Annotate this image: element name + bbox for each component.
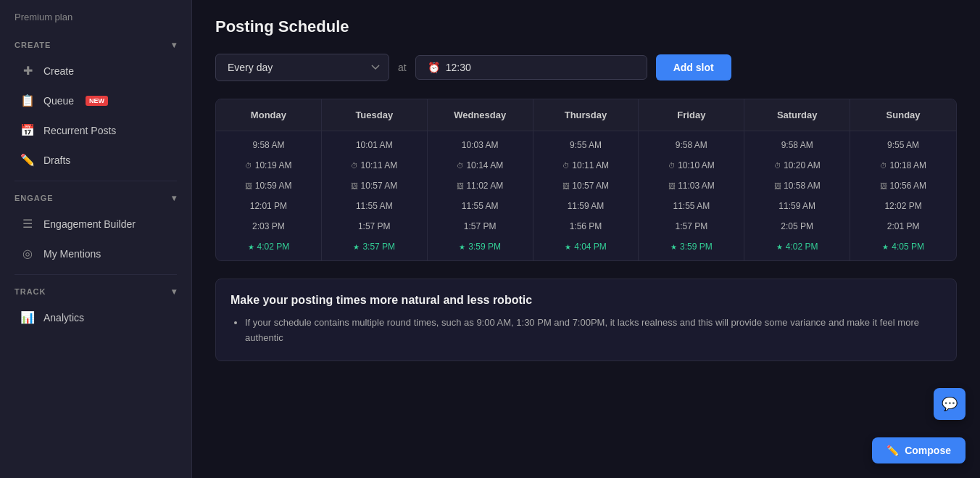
- time-slot[interactable]: ⏱ 10:11 AM: [536, 157, 636, 173]
- time-slot[interactable]: 9:55 AM: [853, 137, 953, 153]
- track-section-header[interactable]: TRACK ▾: [0, 281, 191, 302]
- time-slot[interactable]: 10:03 AM: [431, 137, 530, 153]
- time-slot[interactable]: 1:57 PM: [431, 218, 530, 234]
- sidebar-item-engagement-builder[interactable]: ☰ Engagement Builder: [6, 210, 186, 238]
- time-slot[interactable]: 🖼 10:57 AM: [536, 178, 636, 194]
- chat-icon: 💬: [942, 396, 958, 412]
- engage-section-label: ENGAGE: [14, 194, 54, 202]
- time-slot[interactable]: 11:59 AM: [747, 198, 847, 214]
- grid-col-sunday: 9:55 AM⏱ 10:18 AM🖼 10:56 AM12:02 PM2:01 …: [850, 131, 956, 260]
- day-select[interactable]: Every day Weekdays Weekends Monday Tuesd…: [215, 54, 389, 81]
- time-input[interactable]: [446, 62, 635, 73]
- grid-body: 9:58 AM⏱ 10:19 AM🖼 10:59 AM12:01 PM2:03 …: [216, 131, 956, 260]
- bottom-title: Make your posting times more natural and…: [231, 294, 942, 307]
- time-slot[interactable]: 11:55 AM: [641, 198, 741, 214]
- time-slot[interactable]: 2:03 PM: [219, 218, 318, 234]
- star-icon: ★: [353, 243, 360, 251]
- track-section-label: TRACK: [14, 287, 46, 296]
- sidebar-item-drafts[interactable]: ✏️ Drafts: [6, 146, 186, 174]
- time-slot[interactable]: ★ 3:59 PM: [431, 239, 530, 255]
- time-input-wrap: ⏰: [415, 55, 647, 80]
- analytics-icon: 📊: [20, 310, 35, 324]
- clock-small-icon: ⏱: [245, 162, 252, 170]
- sidebar-divider-1: [14, 181, 177, 181]
- time-slot[interactable]: 9:58 AM: [219, 137, 318, 153]
- time-slot[interactable]: 🖼 10:59 AM: [219, 178, 318, 194]
- engage-section-header[interactable]: ENGAGE ▾: [0, 187, 191, 209]
- add-slot-button[interactable]: Add slot: [656, 54, 731, 81]
- time-slot[interactable]: ⏱ 10:14 AM: [431, 157, 530, 173]
- time-slot[interactable]: 11:59 AM: [536, 198, 636, 214]
- time-slot[interactable]: 12:02 PM: [853, 198, 953, 214]
- time-slot[interactable]: 2:05 PM: [747, 218, 847, 234]
- sidebar-item-queue-label: Queue: [43, 95, 74, 107]
- sidebar-item-recurrent-posts[interactable]: 📅 Recurrent Posts: [6, 116, 186, 144]
- time-slot[interactable]: ⏱ 10:19 AM: [219, 157, 318, 173]
- image-icon: 🖼: [880, 182, 887, 190]
- bottom-text-item: If your schedule contains multiple round…: [245, 316, 942, 346]
- new-badge: NEW: [86, 96, 108, 106]
- clock-small-icon: ⏱: [351, 162, 358, 170]
- header-friday: Friday: [639, 99, 744, 131]
- image-icon: 🖼: [457, 182, 464, 190]
- sidebar-item-drafts-label: Drafts: [43, 154, 70, 166]
- bottom-text: If your schedule contains multiple round…: [231, 316, 942, 346]
- sidebar-item-mentions-label: My Mentions: [43, 248, 101, 260]
- sidebar-item-analytics[interactable]: 📊 Analytics: [6, 303, 186, 331]
- sidebar-item-analytics-label: Analytics: [43, 312, 84, 324]
- grid-header: Monday Tuesday Wednesday Thursday Friday…: [216, 99, 956, 131]
- time-slot[interactable]: 🖼 11:03 AM: [641, 178, 741, 194]
- time-slot[interactable]: ⏱ 10:11 AM: [325, 157, 424, 173]
- time-slot[interactable]: ★ 3:57 PM: [325, 239, 424, 255]
- create-section-header[interactable]: CREATE ▾: [0, 34, 191, 56]
- time-slot[interactable]: ★ 3:59 PM: [641, 239, 741, 255]
- sidebar-item-my-mentions[interactable]: ◎ My Mentions: [6, 239, 186, 268]
- time-slot[interactable]: 1:57 PM: [641, 218, 741, 234]
- time-slot[interactable]: ★ 4:05 PM: [853, 239, 953, 255]
- time-slot[interactable]: ⏱ 10:18 AM: [853, 157, 953, 173]
- time-slot[interactable]: ★ 4:04 PM: [536, 239, 636, 255]
- time-slot[interactable]: 12:01 PM: [219, 198, 318, 214]
- clock-icon: ⏰: [428, 62, 440, 73]
- time-slot[interactable]: 🖼 11:02 AM: [431, 178, 530, 194]
- time-slot[interactable]: 9:55 AM: [536, 137, 636, 153]
- create-icon: ✚: [20, 64, 35, 78]
- sidebar-item-queue[interactable]: 📋 Queue NEW: [6, 86, 186, 115]
- time-slot[interactable]: 11:55 AM: [431, 198, 530, 214]
- sidebar-item-create[interactable]: ✚ Create: [6, 57, 186, 85]
- compose-button[interactable]: ✏️ Compose: [872, 437, 966, 463]
- time-slot[interactable]: 9:58 AM: [747, 137, 847, 153]
- time-slot[interactable]: 9:58 AM: [641, 137, 741, 153]
- time-slot[interactable]: ★ 4:02 PM: [747, 239, 847, 255]
- grid-col-saturday: 9:58 AM⏱ 10:20 AM🖼 10:58 AM11:59 AM2:05 …: [744, 131, 850, 260]
- drafts-icon: ✏️: [20, 153, 35, 167]
- header-monday: Monday: [216, 99, 322, 131]
- grid-col-thursday: 9:55 AM⏱ 10:11 AM🖼 10:57 AM11:59 AM1:56 …: [533, 131, 639, 260]
- clock-small-icon: ⏱: [774, 162, 781, 170]
- clock-small-icon: ⏱: [562, 162, 570, 170]
- sidebar: Premium plan CREATE ▾ ✚ Create 📋 Queue N…: [0, 0, 192, 478]
- clock-small-icon: ⏱: [880, 162, 887, 170]
- time-slot[interactable]: 10:01 AM: [325, 137, 424, 153]
- sidebar-divider-2: [14, 274, 177, 275]
- chevron-down-icon-2: ▾: [172, 193, 177, 203]
- chat-button[interactable]: 💬: [934, 388, 966, 420]
- time-slot[interactable]: 1:57 PM: [325, 218, 424, 234]
- header-wednesday: Wednesday: [428, 99, 533, 131]
- time-slot[interactable]: ⏱ 10:20 AM: [747, 157, 847, 173]
- time-slot[interactable]: 🖼 10:57 AM: [325, 178, 424, 194]
- time-slot[interactable]: 1:56 PM: [536, 218, 636, 234]
- time-slot[interactable]: 11:55 AM: [325, 198, 424, 214]
- time-slot[interactable]: ★ 4:02 PM: [219, 239, 318, 255]
- image-icon: 🖼: [245, 182, 252, 190]
- at-label: at: [398, 62, 407, 73]
- image-icon: 🖼: [562, 182, 570, 190]
- star-icon: ★: [565, 243, 571, 251]
- schedule-grid: Monday Tuesday Wednesday Thursday Friday…: [215, 99, 957, 261]
- time-slot[interactable]: 🖼 10:56 AM: [853, 178, 953, 194]
- time-slot[interactable]: 🖼 10:58 AM: [747, 178, 847, 194]
- chevron-down-icon: ▾: [172, 40, 177, 50]
- grid-col-wednesday: 10:03 AM⏱ 10:14 AM🖼 11:02 AM11:55 AM1:57…: [428, 131, 533, 260]
- time-slot[interactable]: 2:01 PM: [853, 218, 953, 234]
- time-slot[interactable]: ⏱ 10:10 AM: [641, 157, 741, 173]
